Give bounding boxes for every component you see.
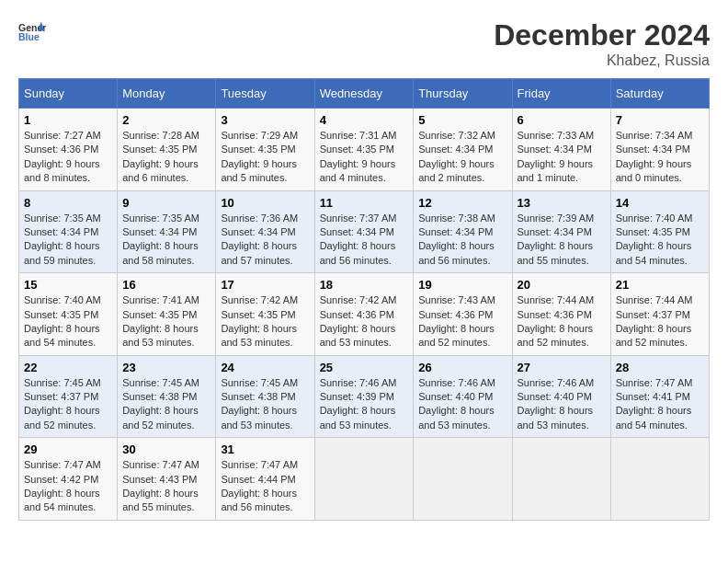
day-info: Sunrise: 7:42 AM Sunset: 4:36 PM Dayligh…: [320, 293, 409, 350]
sunset-time: 4:35 PM: [160, 309, 198, 320]
sunrise-time: 7:46 AM: [359, 377, 396, 388]
calendar-week-row: 15 Sunrise: 7:40 AM Sunset: 4:35 PM Dayl…: [19, 273, 710, 356]
calendar-cell: 16 Sunrise: 7:41 AM Sunset: 4:35 PM Dayl…: [118, 273, 216, 356]
day-info: Sunrise: 7:42 AM Sunset: 4:35 PM Dayligh…: [221, 293, 309, 350]
sunset-label: Sunset:: [122, 391, 159, 402]
day-info: Sunrise: 7:31 AM Sunset: 4:35 PM Dayligh…: [320, 129, 409, 186]
sunrise-time: 7:32 AM: [459, 130, 495, 141]
day-info: Sunrise: 7:47 AM Sunset: 4:42 PM Dayligh…: [24, 458, 112, 515]
sunrise-label: Sunrise:: [122, 377, 162, 388]
day-number: 29: [24, 442, 112, 456]
day-number: 22: [24, 361, 112, 374]
sunrise-time: 7:35 AM: [63, 213, 100, 224]
calendar-cell: 15 Sunrise: 7:40 AM Sunset: 4:35 PM Dayl…: [19, 273, 118, 356]
day-number: 25: [320, 361, 409, 374]
calendar-cell: 5 Sunrise: 7:32 AM Sunset: 4:34 PM Dayli…: [414, 109, 512, 191]
sunset-time: 4:34 PM: [554, 144, 592, 155]
sunset-label: Sunset:: [616, 226, 653, 237]
day-info: Sunrise: 7:46 AM Sunset: 4:39 PM Dayligh…: [320, 376, 409, 433]
day-number: 14: [616, 196, 704, 210]
daylight-label: Daylight: 8 hours and 55 minutes.: [518, 240, 594, 265]
sunrise-time: 7:38 AM: [459, 213, 495, 224]
day-info: Sunrise: 7:38 AM Sunset: 4:34 PM Dayligh…: [418, 212, 506, 269]
sunset-time: 4:38 PM: [160, 391, 198, 402]
day-info: Sunrise: 7:36 AM Sunset: 4:34 PM Dayligh…: [221, 212, 309, 269]
sunrise-label: Sunrise:: [616, 294, 655, 305]
calendar-cell: 22 Sunrise: 7:45 AM Sunset: 4:37 PM Dayl…: [19, 355, 118, 438]
calendar-cell: 25 Sunrise: 7:46 AM Sunset: 4:39 PM Dayl…: [314, 355, 414, 438]
daylight-label: Daylight: 8 hours and 59 minutes.: [24, 240, 100, 265]
sunrise-time: 7:41 AM: [163, 294, 199, 305]
sunset-label: Sunset:: [221, 144, 257, 155]
daylight-label: Daylight: 8 hours and 52 minutes.: [122, 405, 199, 430]
sunrise-label: Sunrise:: [320, 213, 359, 224]
sunrise-label: Sunrise:: [122, 294, 162, 305]
day-number: 5: [418, 113, 506, 127]
day-number: 24: [221, 361, 309, 374]
sunrise-time: 7:45 AM: [261, 377, 298, 388]
sunset-label: Sunset:: [418, 309, 455, 320]
day-number: 27: [518, 361, 606, 374]
sunset-label: Sunset:: [221, 474, 257, 485]
sunset-time: 4:34 PM: [653, 144, 690, 155]
sunrise-time: 7:44 AM: [557, 294, 594, 305]
day-number: 13: [518, 196, 606, 210]
col-friday: Friday: [512, 79, 610, 109]
sunrise-time: 7:34 AM: [655, 130, 692, 141]
calendar-cell: 2 Sunrise: 7:28 AM Sunset: 4:35 PM Dayli…: [118, 109, 216, 191]
day-number: 2: [122, 113, 210, 127]
sunset-time: 4:37 PM: [61, 391, 98, 402]
sunset-label: Sunset:: [24, 309, 61, 320]
calendar-cell: 31 Sunrise: 7:47 AM Sunset: 4:44 PM Dayl…: [216, 438, 314, 521]
sunrise-time: 7:47 AM: [261, 459, 298, 470]
sunset-label: Sunset:: [24, 144, 61, 155]
day-info: Sunrise: 7:47 AM Sunset: 4:44 PM Dayligh…: [221, 458, 309, 515]
sunset-time: 4:43 PM: [160, 474, 198, 485]
calendar-cell: 28 Sunrise: 7:47 AM Sunset: 4:41 PM Dayl…: [610, 355, 709, 438]
col-monday: Monday: [118, 79, 216, 109]
sunset-time: 4:34 PM: [160, 226, 198, 237]
sunset-time: 4:36 PM: [357, 309, 394, 320]
day-number: 6: [518, 113, 606, 127]
daylight-label: Daylight: 9 hours and 8 minutes.: [24, 158, 100, 183]
day-number: 23: [122, 361, 210, 374]
calendar-cell: 19 Sunrise: 7:43 AM Sunset: 4:36 PM Dayl…: [414, 273, 512, 356]
sunrise-label: Sunrise:: [122, 213, 162, 224]
day-number: 11: [320, 196, 409, 210]
sunrise-time: 7:45 AM: [163, 377, 199, 388]
day-info: Sunrise: 7:40 AM Sunset: 4:35 PM Dayligh…: [24, 293, 112, 350]
sunset-time: 4:42 PM: [61, 474, 98, 485]
calendar-cell: [512, 438, 610, 521]
calendar-cell: [610, 438, 709, 521]
sunrise-label: Sunrise:: [24, 459, 63, 470]
calendar-cell: 3 Sunrise: 7:29 AM Sunset: 4:35 PM Dayli…: [216, 109, 314, 191]
calendar-header-row: Sunday Monday Tuesday Wednesday Thursday…: [19, 79, 710, 109]
day-info: Sunrise: 7:46 AM Sunset: 4:40 PM Dayligh…: [418, 376, 506, 433]
day-info: Sunrise: 7:44 AM Sunset: 4:37 PM Dayligh…: [616, 293, 704, 350]
calendar-cell: 1 Sunrise: 7:27 AM Sunset: 4:36 PM Dayli…: [19, 109, 118, 191]
sunrise-time: 7:46 AM: [557, 377, 594, 388]
sunrise-label: Sunrise:: [122, 130, 162, 141]
calendar-cell: 8 Sunrise: 7:35 AM Sunset: 4:34 PM Dayli…: [19, 190, 118, 273]
sunset-label: Sunset:: [616, 391, 653, 402]
sunrise-label: Sunrise:: [221, 130, 260, 141]
calendar-cell: 13 Sunrise: 7:39 AM Sunset: 4:34 PM Dayl…: [512, 190, 610, 273]
day-info: Sunrise: 7:35 AM Sunset: 4:34 PM Dayligh…: [24, 212, 112, 269]
day-number: 28: [616, 361, 704, 374]
sunrise-time: 7:47 AM: [163, 459, 199, 470]
sunset-time: 4:34 PM: [258, 226, 296, 237]
sunrise-time: 7:45 AM: [63, 377, 100, 388]
sunrise-label: Sunrise:: [221, 377, 260, 388]
daylight-label: Daylight: 9 hours and 0 minutes.: [616, 158, 692, 183]
sunrise-time: 7:40 AM: [63, 294, 100, 305]
calendar-cell: 11 Sunrise: 7:37 AM Sunset: 4:34 PM Dayl…: [314, 190, 414, 273]
day-number: 30: [122, 442, 210, 456]
title-block: December 2024 Khabez, Russia: [494, 18, 710, 69]
calendar-cell: 6 Sunrise: 7:33 AM Sunset: 4:34 PM Dayli…: [512, 109, 610, 191]
sunrise-label: Sunrise:: [221, 294, 260, 305]
day-number: 7: [616, 113, 704, 127]
sunset-time: 4:34 PM: [456, 226, 494, 237]
sunset-label: Sunset:: [24, 391, 61, 402]
sunrise-label: Sunrise:: [24, 213, 63, 224]
sunrise-time: 7:44 AM: [655, 294, 692, 305]
